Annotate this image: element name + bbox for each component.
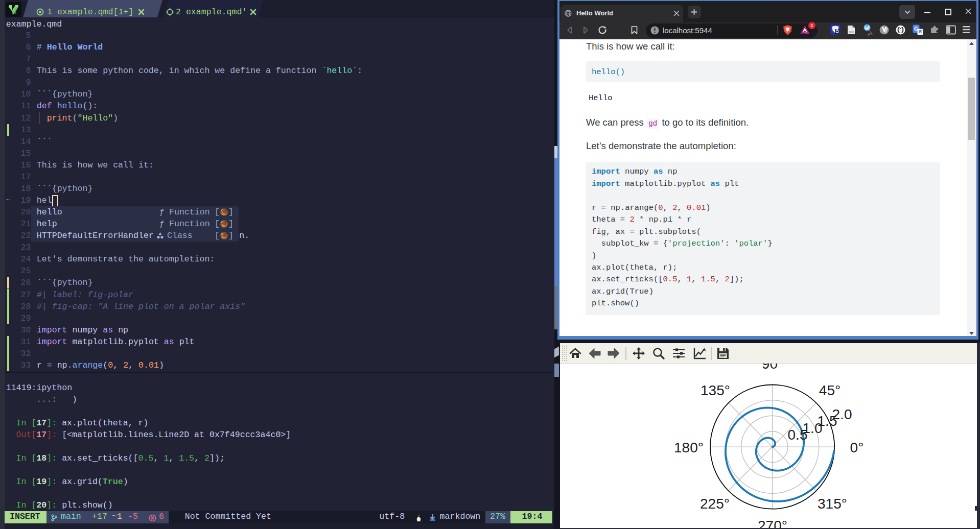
svg-text:180°: 180° (674, 440, 704, 455)
svg-text:315°: 315° (818, 496, 847, 512)
svg-text:0°: 0° (850, 440, 864, 455)
svg-text:90°: 90° (762, 364, 783, 372)
svg-text:270°: 270° (758, 518, 787, 528)
svg-text:m: m (14, 11, 16, 15)
svg-text:225°: 225° (700, 496, 730, 512)
svg-text:45°: 45° (819, 382, 841, 398)
svg-text:2.0: 2.0 (832, 406, 852, 422)
svg-text:135°: 135° (701, 382, 730, 398)
